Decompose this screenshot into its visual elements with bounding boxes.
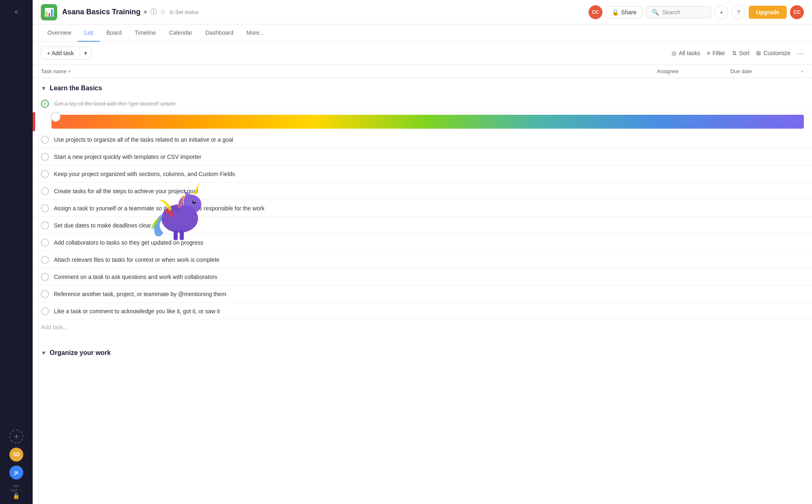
task-checkbox[interactable] xyxy=(41,204,49,212)
tab-overview[interactable]: Overview xyxy=(41,25,78,42)
more-options-button[interactable]: ··· xyxy=(797,49,804,58)
sort-label: Sort xyxy=(739,50,750,56)
task-text: Use projects to organize all of the task… xyxy=(54,136,657,143)
section-header-learn-basics: ▼ Learn the Basics xyxy=(33,78,812,95)
column-task-name: Task name ▾ xyxy=(41,68,657,74)
header: 📊 Asana Basics Training ▾ ⓘ ☆ ◎ Set stat… xyxy=(33,0,812,25)
search-box[interactable]: 🔍 Search xyxy=(646,6,711,18)
task-checkbox[interactable] xyxy=(41,307,49,315)
customize-button[interactable]: ⊞ Customize xyxy=(756,50,790,56)
section-header-organize-work: ▼ Organize your work xyxy=(33,343,812,360)
help-button[interactable]: ? xyxy=(732,5,745,19)
search-placeholder: Search xyxy=(662,9,680,16)
avatar-sd[interactable]: SD xyxy=(9,448,23,462)
table-row[interactable]: Assign a task to yourself or a teammate … xyxy=(33,200,812,217)
task-checkbox[interactable] xyxy=(41,187,49,195)
task-text: Set due dates to make deadlines clear xyxy=(54,222,657,229)
content-area: ▼ Learn the Basics ✓ Get a lay of the la… xyxy=(33,78,812,504)
task-checkbox[interactable] xyxy=(41,136,49,144)
table-row[interactable]: Add collaborators to tasks so they get u… xyxy=(33,234,812,251)
table-row[interactable]: Reference another task, project, or team… xyxy=(33,285,812,303)
add-column-icon[interactable]: + xyxy=(801,68,804,74)
task-text: Assign a task to yourself or a teammate … xyxy=(54,205,657,212)
section-title-organize-work: Organize your work xyxy=(50,349,111,357)
rainbow-drag-bar xyxy=(51,115,804,129)
tab-timeline[interactable]: Timeline xyxy=(128,25,163,42)
task-checkbox[interactable] xyxy=(41,273,49,281)
lock-icon-share: 🔒 xyxy=(612,9,619,16)
sidebar: « + SD js ion root ··· 🔒 xyxy=(0,0,33,504)
table-row[interactable]: Keep your project organized with section… xyxy=(33,165,812,183)
project-title: Asana Basics Training xyxy=(62,8,141,16)
task-checkbox[interactable] xyxy=(41,239,49,247)
section-title-learn-basics: Learn the Basics xyxy=(50,85,102,92)
task-checkbox[interactable] xyxy=(41,256,49,264)
add-task-button-group[interactable]: + Add task ▾ xyxy=(41,47,91,60)
task-text: Keep your project organized with section… xyxy=(54,171,657,177)
tab-dashboard[interactable]: Dashboard xyxy=(199,25,240,42)
table-row[interactable] xyxy=(33,112,812,131)
table-row[interactable]: Set due dates to make deadlines clear xyxy=(33,217,812,234)
tab-board[interactable]: Board xyxy=(100,25,128,42)
filter-button[interactable]: ≡ Filter xyxy=(707,50,725,56)
avatar-cc-left[interactable]: CC xyxy=(589,5,602,19)
dropdown-icon[interactable]: ▾ xyxy=(144,8,147,16)
customize-label: Customize xyxy=(763,50,790,56)
add-task-dropdown-button[interactable]: ▾ xyxy=(80,47,91,59)
main-content: 📊 Asana Basics Training ▾ ⓘ ☆ ◎ Set stat… xyxy=(33,0,812,504)
table-row[interactable]: ✓ Get a lay of the land with the "get st… xyxy=(33,95,812,112)
task-text: Reference another task, project, or team… xyxy=(54,291,657,297)
star-icon[interactable]: ☆ xyxy=(160,8,166,16)
sidebar-collapse-button[interactable]: « xyxy=(12,5,21,18)
upgrade-button[interactable]: Upgrade xyxy=(749,6,787,19)
task-text: Comment on a task to ask questions and w… xyxy=(54,274,657,280)
drag-cursor xyxy=(51,112,60,122)
table-row[interactable]: Like a task or comment to acknowledge yo… xyxy=(33,303,812,320)
toolbar: + Add task ▾ ◎ All tasks ≡ Filter ⇅ Sort… xyxy=(33,42,812,65)
tab-calendar[interactable]: Calendar xyxy=(163,25,199,42)
tab-more[interactable]: More... xyxy=(240,25,271,42)
section-collapse-icon[interactable]: ▼ xyxy=(41,85,47,91)
task-checkbox[interactable] xyxy=(41,290,49,298)
filter-icon: ≡ xyxy=(707,50,710,56)
set-status-button[interactable]: ◎ Set status xyxy=(169,9,199,15)
info-icon[interactable]: ⓘ xyxy=(150,8,157,16)
avatar-js[interactable]: js xyxy=(9,466,23,479)
share-label: Share xyxy=(621,9,636,16)
task-text: Like a task or comment to acknowledge yo… xyxy=(54,308,657,314)
filter-label: Filter xyxy=(712,50,725,56)
table-row[interactable]: Start a new project quickly with templat… xyxy=(33,148,812,165)
sidebar-lock-dots: root ··· xyxy=(11,488,22,493)
column-due-date: Due date + xyxy=(730,68,804,74)
task-checkbox[interactable] xyxy=(41,153,49,161)
header-actions: CC 🔒 Share 🔍 Search + ? Upgrade CC xyxy=(589,5,804,19)
table-row[interactable]: Comment on a task to ask questions and w… xyxy=(33,268,812,285)
sidebar-label: ion xyxy=(11,484,22,488)
drag-handle xyxy=(33,112,35,131)
avatar-cc-right[interactable]: CC xyxy=(790,5,804,19)
table-row[interactable]: Create tasks for all the steps to achiev… xyxy=(33,183,812,200)
column-sort-icon[interactable]: ▾ xyxy=(68,69,71,74)
add-task-main-button[interactable]: + Add task xyxy=(41,47,80,59)
search-icon: 🔍 xyxy=(652,9,659,16)
sort-button[interactable]: ⇅ Sort xyxy=(732,50,750,56)
section-collapse-icon-2[interactable]: ▼ xyxy=(41,350,47,356)
sidebar-bottom: + SD js ion root ··· 🔒 xyxy=(0,430,33,499)
task-text: Add collaborators to tasks so they get u… xyxy=(54,239,657,246)
table-row[interactable]: Attach relevant files to tasks for conte… xyxy=(33,251,812,268)
task-checkbox[interactable] xyxy=(41,170,49,178)
task-checkbox[interactable] xyxy=(41,221,49,230)
add-button-header[interactable]: + xyxy=(714,5,728,19)
add-task-link[interactable]: Add task... xyxy=(33,320,812,335)
table-row[interactable]: Use projects to organize all of the task… xyxy=(33,131,812,148)
all-tasks-label: All tasks xyxy=(679,50,700,56)
lock-icon: 🔒 xyxy=(11,493,22,499)
tab-list[interactable]: List xyxy=(78,25,100,42)
sidebar-top: « xyxy=(0,5,33,18)
share-button[interactable]: 🔒 Share xyxy=(606,6,642,18)
toolbar-right: ◎ All tasks ≡ Filter ⇅ Sort ⊞ Customize … xyxy=(671,49,804,58)
all-tasks-button[interactable]: ◎ All tasks xyxy=(671,50,700,56)
nav-tabs: Overview List Board Timeline Calendar Da… xyxy=(33,25,812,42)
sidebar-add-button[interactable]: + xyxy=(9,430,23,444)
task-checkbox[interactable]: ✓ xyxy=(41,100,49,108)
